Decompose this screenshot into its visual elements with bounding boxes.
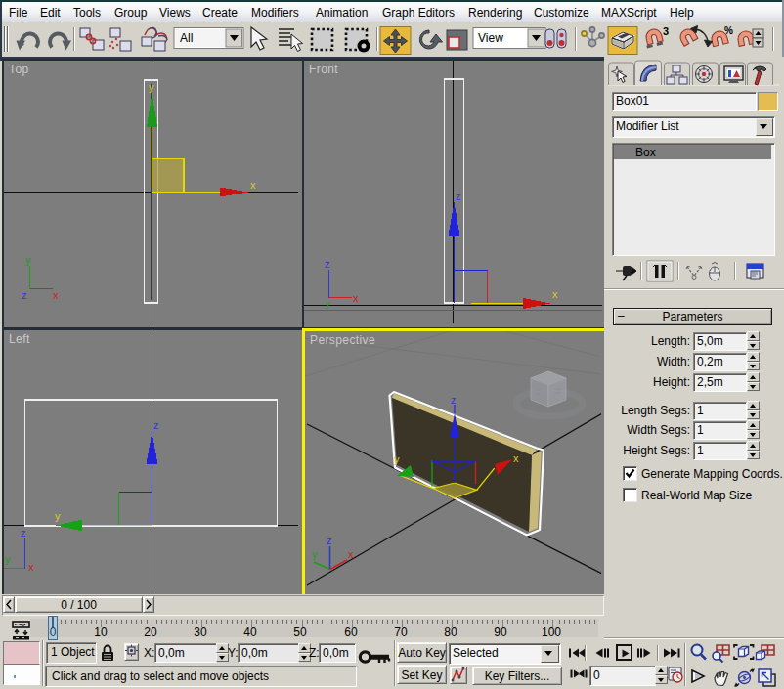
svg-text:y: y (25, 254, 31, 266)
svg-text:10: 10 (94, 625, 108, 639)
svg-text:y: y (326, 299, 330, 309)
svg-text:3: 3 (663, 25, 669, 37)
svg-text:x: x (348, 548, 354, 560)
svg-text:0: 0 (50, 625, 57, 639)
svg-text:y: y (312, 548, 318, 560)
svg-text:x: x (552, 288, 558, 300)
svg-text:x: x (353, 292, 359, 304)
svg-text:80: 80 (444, 625, 457, 639)
svg-text:x: x (53, 289, 59, 301)
svg-text:All: All (180, 31, 193, 45)
svg-text:y: y (5, 553, 11, 565)
svg-text:z: z (325, 258, 330, 270)
svg-text:50: 50 (293, 625, 307, 639)
svg-text:x: x (250, 179, 256, 191)
svg-text:x: x (28, 561, 34, 573)
svg-text:40: 40 (243, 625, 257, 639)
svg-text:z: z (21, 527, 26, 538)
svg-text:y: y (394, 453, 400, 465)
svg-text:70: 70 (394, 625, 408, 639)
svg-text:100: 100 (542, 625, 561, 639)
svg-text:90: 90 (494, 625, 507, 639)
svg-text:y: y (149, 81, 154, 93)
svg-text:View: View (478, 31, 503, 45)
svg-text:z: z (327, 535, 332, 546)
svg-text:30: 30 (194, 625, 207, 639)
svg-text:x: x (513, 452, 519, 464)
svg-text:z: z (153, 419, 159, 431)
svg-text:60: 60 (344, 625, 358, 639)
svg-text:z: z (22, 289, 27, 301)
svg-text:z: z (456, 191, 461, 202)
svg-text:z: z (451, 394, 457, 406)
svg-text:y: y (55, 510, 61, 522)
svg-text:20: 20 (144, 625, 157, 639)
svg-text:%: % (724, 25, 733, 36)
